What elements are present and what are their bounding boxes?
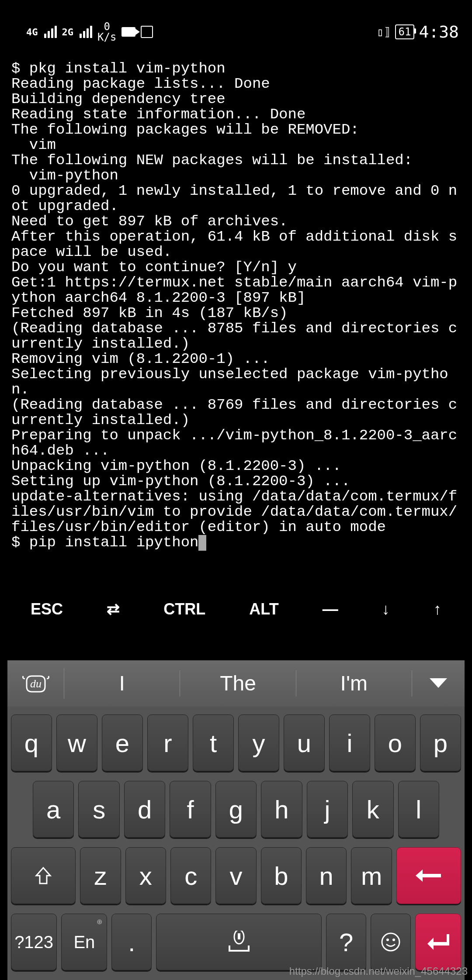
key-p[interactable]: p [420,714,461,771]
key-v[interactable]: v [215,847,256,904]
suggestion-bar: du I The I'm [7,660,465,707]
clock: 4:38 [419,22,459,41]
signal-1-icon [44,26,57,38]
ctrl-key[interactable]: CTRL [156,596,213,623]
network-2-label: 2G [62,27,74,38]
key-z[interactable]: z [80,847,121,904]
key-q[interactable]: q [11,714,52,771]
key-i[interactable]: i [329,714,370,771]
suggestion-1[interactable]: I [64,670,180,697]
network-1-label: 4G [26,27,38,38]
battery-indicator: 61 [395,24,415,39]
key-s[interactable]: s [78,781,119,838]
cursor [198,535,206,551]
suggestion-2[interactable]: The [180,670,296,697]
terminal-text: Reading package lists... Done Building d… [11,76,457,535]
dash-key[interactable]: — [315,596,346,623]
key-k[interactable]: k [352,781,393,838]
key-g[interactable]: g [215,781,257,838]
esc-key[interactable]: ESC [23,596,71,623]
extra-keys-toolbar: ESC ⇄ CTRL ALT — ↓ ↑ [0,588,472,631]
key-a[interactable]: a [33,781,74,838]
key-c[interactable]: c [170,847,211,904]
speed-indicator: 0 K/s [97,21,116,42]
key-e[interactable]: e [102,714,143,771]
emoji-key[interactable] [371,914,411,970]
period-key[interactable]: . [111,914,152,970]
key-r[interactable]: r [147,714,188,771]
key-t[interactable]: t [193,714,234,771]
shift-key[interactable] [11,847,76,904]
video-icon [121,27,135,37]
enter-key[interactable] [415,914,461,970]
key-n[interactable]: n [306,847,347,904]
symbols-key[interactable]: ?123 [11,914,57,970]
up-key[interactable]: ↑ [426,596,449,623]
watermark: https://blog.csdn.net/weixin_45644323 [289,965,468,977]
soft-keyboard: du I The I'm q w e r t y u i o p a s d f… [7,660,465,980]
status-right: ▯⟧ 61 4:38 [377,22,459,41]
language-key[interactable]: En [61,914,107,970]
key-l[interactable]: l [398,781,439,838]
key-grid: q w e r t y u i o p a s d f g h j k l z [7,707,465,980]
key-d[interactable]: d [124,781,165,838]
key-h[interactable]: h [261,781,302,838]
suggestion-3[interactable]: I'm [296,670,412,697]
terminal-output[interactable]: $ pkg install vim-python Reading package… [0,61,472,551]
key-b[interactable]: b [261,847,302,904]
alt-key[interactable]: ALT [241,596,286,623]
key-j[interactable]: j [307,781,348,838]
key-w[interactable]: w [56,714,97,771]
down-key[interactable]: ↓ [374,596,398,623]
ime-logo-icon[interactable]: du [7,668,64,699]
prompt-line-1: $ pkg install vim-python [11,60,226,77]
key-y[interactable]: y [238,714,279,771]
key-o[interactable]: o [375,714,416,771]
prompt-line-2: $ pip install ipython [11,534,198,551]
svg-point-3 [382,933,399,951]
key-f[interactable]: f [170,781,211,838]
expand-suggestions-button[interactable] [412,677,465,690]
screenshot-icon [141,26,153,38]
svg-rect-2 [238,933,240,939]
svg-text:du: du [30,677,42,690]
status-bar: 4G 2G 0 K/s ▯⟧ 61 4:38 [0,0,472,61]
key-x[interactable]: x [125,847,166,904]
signal-2-icon [80,26,92,38]
key-u[interactable]: u [284,714,325,771]
status-left: 4G 2G 0 K/s [26,21,153,42]
key-m[interactable]: m [351,847,392,904]
svg-point-5 [392,939,395,941]
svg-point-4 [386,939,389,941]
space-key[interactable] [156,914,322,970]
backspace-key[interactable] [396,847,461,904]
tab-key[interactable]: ⇄ [99,596,128,623]
question-key[interactable]: ? [326,914,366,970]
vibrate-icon: ▯⟧ [377,25,390,38]
